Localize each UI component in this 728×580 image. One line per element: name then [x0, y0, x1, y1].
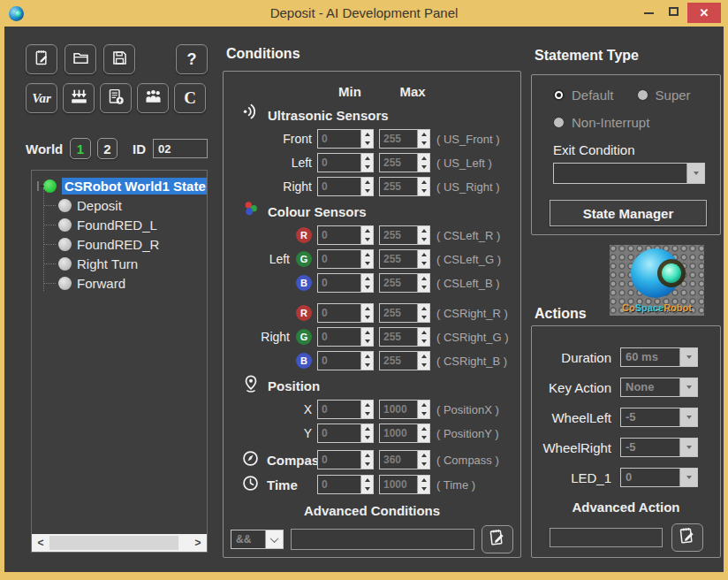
tree-root-row[interactable]: CSRobot World1 State — [32, 176, 207, 195]
tree-item[interactable]: Right Turn — [32, 254, 207, 273]
spinner-value[interactable]: 255 — [380, 178, 417, 195]
min-spinner[interactable]: 0 — [317, 327, 374, 347]
spinner-arrows[interactable] — [360, 476, 373, 493]
spinner-arrows[interactable] — [360, 178, 373, 195]
radio-super[interactable] — [637, 89, 648, 101]
help-button[interactable]: ? — [176, 44, 208, 74]
spinner-arrows[interactable] — [417, 250, 429, 268]
duration-dropdown[interactable]: 60 ms — [620, 347, 698, 367]
tree-item-label[interactable]: Deposit — [77, 198, 122, 213]
open-button[interactable] — [64, 44, 96, 74]
dropdown-button[interactable] — [679, 378, 697, 396]
spinner-value[interactable]: 255 — [380, 328, 417, 346]
spinner-arrows[interactable] — [417, 401, 429, 418]
dropdown-value[interactable]: -5 — [621, 408, 679, 426]
wheelright-dropdown[interactable]: -5 — [620, 438, 698, 457]
spinner-arrows[interactable] — [417, 451, 429, 469]
max-spinner[interactable]: 1000 — [379, 424, 430, 443]
spinner-value[interactable]: 1000 — [380, 401, 417, 418]
min-spinner[interactable]: 0 — [317, 249, 374, 269]
spinner-arrows[interactable] — [360, 130, 373, 148]
scroll-left-icon[interactable]: < — [32, 537, 49, 549]
spinner-arrows[interactable] — [417, 274, 429, 292]
min-spinner[interactable]: 0 — [317, 400, 374, 419]
min-spinner[interactable]: 0 — [317, 303, 374, 323]
dropdown-button[interactable] — [679, 439, 697, 456]
spinner-arrows[interactable] — [360, 154, 373, 172]
max-spinner[interactable]: 255 — [379, 177, 430, 196]
spinner-value[interactable]: 255 — [380, 352, 417, 370]
dropdown-value[interactable]: None — [621, 378, 679, 396]
min-spinner[interactable]: 0 — [317, 225, 374, 245]
import-states-button[interactable] — [63, 83, 95, 113]
scroll-right-icon[interactable]: > — [189, 537, 207, 549]
spinner-arrows[interactable] — [360, 401, 373, 418]
max-spinner[interactable]: 1000 — [379, 475, 430, 494]
min-spinner[interactable]: 0 — [317, 450, 374, 469]
advanced-action-input[interactable] — [550, 528, 663, 547]
max-spinner[interactable]: 360 — [379, 450, 430, 469]
radio-default[interactable] — [553, 89, 565, 101]
spinner-value[interactable]: 0 — [318, 424, 360, 442]
max-spinner[interactable]: 255 — [379, 225, 430, 245]
dropdown-button[interactable] — [679, 348, 697, 366]
collapse-icon[interactable] — [37, 181, 39, 191]
tree-root-label[interactable]: CSRobot World1 State — [62, 178, 207, 195]
radio-non-interrupt[interactable] — [553, 117, 565, 128]
max-spinner[interactable]: 255 — [379, 249, 430, 269]
spinner-value[interactable]: 0 — [318, 178, 360, 195]
operator-value[interactable]: && — [231, 530, 265, 548]
max-spinner[interactable]: 1000 — [379, 400, 430, 419]
close-button[interactable]: ✕ — [687, 3, 721, 23]
tree-item[interactable]: Forward — [32, 273, 207, 293]
spinner-arrows[interactable] — [417, 424, 429, 442]
advanced-conditions-input[interactable] — [291, 529, 474, 550]
new-state-button[interactable] — [26, 44, 57, 74]
max-spinner[interactable]: 255 — [379, 273, 430, 293]
spinner-value[interactable]: 0 — [318, 451, 360, 469]
edit-conditions-button[interactable] — [482, 525, 513, 553]
tree-item-label[interactable]: Forward — [77, 276, 125, 291]
spinner-arrows[interactable] — [417, 304, 429, 322]
dropdown-value[interactable]: 60 ms — [621, 348, 679, 366]
spinner-arrows[interactable] — [360, 274, 373, 292]
operator-dropdown[interactable]: && — [231, 530, 284, 549]
spinner-arrows[interactable] — [360, 424, 373, 442]
tree-item[interactable]: FoundRED_R — [32, 234, 207, 254]
spinner-value[interactable]: 255 — [380, 304, 417, 322]
save-button[interactable] — [103, 44, 135, 74]
spinner-arrows[interactable] — [360, 304, 373, 322]
min-spinner[interactable]: 0 — [317, 177, 374, 196]
variables-button[interactable]: Var — [26, 83, 57, 113]
world-1-button[interactable]: 1 — [70, 138, 90, 159]
dropdown-button[interactable] — [679, 408, 697, 426]
world-2-button[interactable]: 2 — [97, 138, 118, 159]
spinner-arrows[interactable] — [360, 250, 373, 268]
spinner-arrows[interactable] — [417, 476, 429, 493]
spinner-value[interactable]: 0 — [318, 274, 360, 292]
minimize-button[interactable] — [644, 12, 654, 14]
spinner-value[interactable]: 0 — [318, 130, 360, 148]
tree-item-label[interactable]: Right Turn — [77, 256, 138, 271]
c-code-button[interactable]: C — [174, 83, 206, 113]
dropdown-button[interactable] — [686, 164, 704, 183]
spinner-value[interactable]: 0 — [318, 328, 360, 346]
spinner-value[interactable]: 255 — [380, 154, 417, 172]
exit-condition-dropdown[interactable] — [553, 163, 705, 184]
max-spinner[interactable]: 255 — [379, 327, 430, 347]
min-spinner[interactable]: 0 — [317, 273, 374, 293]
spinner-value[interactable]: 0 — [318, 226, 360, 244]
spinner-arrows[interactable] — [360, 352, 373, 370]
tree-item[interactable]: Deposit — [32, 195, 207, 215]
state-manager-button[interactable]: State Manager — [550, 200, 707, 226]
spinner-value[interactable]: 255 — [380, 226, 417, 244]
spinner-value[interactable]: 1000 — [380, 476, 417, 493]
dropdown-value[interactable]: -5 — [621, 439, 679, 456]
scrollbar-thumb[interactable] — [49, 536, 178, 550]
spinner-arrows[interactable] — [417, 178, 429, 195]
min-spinner[interactable]: 0 — [317, 129, 374, 149]
spinner-value[interactable]: 0 — [318, 250, 360, 268]
dropdown-button[interactable] — [265, 530, 283, 548]
spinner-value[interactable]: 0 — [318, 154, 360, 172]
spinner-value[interactable]: 255 — [380, 130, 417, 148]
